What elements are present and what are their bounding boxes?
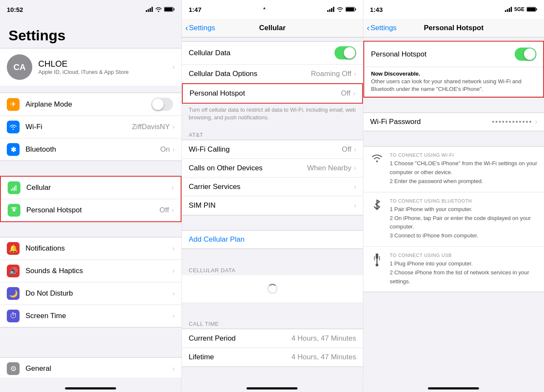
hotspot-nav-bar: ‹ Settings Personal Hotspot	[363, 19, 544, 37]
notifications-icon: 🔔	[7, 242, 20, 255]
hotspot-main-label: Personal Hotspot	[371, 50, 515, 59]
svg-rect-28	[376, 254, 378, 259]
screentime-icon: ⏱	[7, 310, 20, 322]
general-chevron: ›	[173, 365, 175, 372]
personal-hotspot-row-cellular[interactable]: Personal Hotspot Off ›	[182, 83, 363, 104]
hotspot-main-row[interactable]: Personal Hotspot	[364, 42, 543, 67]
wifi-pw-value: ••••••••••••	[492, 118, 532, 126]
wifi-connect-icon	[370, 152, 384, 163]
cellular-data-toggle[interactable]	[334, 46, 356, 59]
connect-usb-text: TO CONNECT USING USB 1 Plug iPhone into …	[390, 253, 537, 286]
hotspot-toggle[interactable]	[515, 48, 536, 61]
svg-rect-14	[346, 8, 354, 11]
settings-row-notifications[interactable]: 🔔 Notifications ›	[0, 237, 181, 260]
settings-row-airplane[interactable]: ✈ Airplane Mode	[0, 93, 181, 116]
time-settings: 10:52	[7, 6, 23, 13]
connect-wifi-header: TO CONNECT USING WI-FI	[390, 152, 537, 158]
settings-row-screentime[interactable]: ⏱ Screen Time ›	[0, 305, 181, 327]
sounds-icon: 🔊	[7, 265, 20, 277]
battery-icon-3	[527, 7, 537, 12]
settings-row-personal-hotspot[interactable]: Personal Hotspot Off ›	[1, 199, 181, 221]
svg-rect-18	[510, 7, 512, 12]
status-bar-settings: 10:52	[0, 0, 181, 19]
cellular-data-options-value: Roaming Off	[311, 70, 351, 78]
settings-title: Settings	[0, 19, 181, 48]
time-cellular: 1:47	[189, 6, 201, 13]
airplane-toggle[interactable]	[151, 98, 173, 111]
svg-rect-13	[355, 8, 356, 11]
cellular-footer: Turn off cellular data to restrict all d…	[182, 104, 363, 128]
cellular-data-label: Cellular Data	[189, 49, 334, 57]
battery-icon-2	[346, 7, 356, 12]
settings-row-general[interactable]: ⚙ General ›	[0, 358, 181, 378]
svg-rect-17	[509, 8, 510, 12]
settings-row-cellular[interactable]: Cellular ›	[1, 177, 181, 199]
connect-wifi-row: TO CONNECT USING WI-FI 1 Choose "CHLOE's…	[363, 147, 544, 192]
signal-icon-2	[327, 7, 334, 12]
home-bar-3	[428, 387, 479, 389]
panel-settings: Settings CA CHLOE Apple ID, iCloud, iTun…	[0, 19, 181, 378]
cellular-data-row[interactable]: Cellular Data	[182, 42, 363, 65]
notifications-label: Notifications	[26, 244, 173, 253]
svg-rect-6	[164, 8, 173, 11]
calls-other-row[interactable]: Calls on Other Devices When Nearby ›	[182, 159, 363, 178]
main-content: Settings CA CHLOE Apple ID, iCloud, iTun…	[0, 19, 544, 378]
home-bar-1	[65, 387, 116, 389]
svg-rect-1	[148, 9, 149, 12]
settings-row-sounds[interactable]: 🔊 Sounds & Haptics ›	[0, 260, 181, 282]
nav-title-inline	[263, 7, 266, 11]
hotspot-chevron: ›	[172, 206, 174, 214]
connect-bt-text: TO CONNECT USING BLUETOOTH 1 Pair iPhone…	[390, 198, 537, 240]
att-group: Wi-Fi Calling Off › Calls on Other Devic…	[182, 140, 363, 215]
battery-icon	[164, 7, 175, 12]
cellular-back-label: Settings	[189, 24, 215, 32]
settings-row-bluetooth[interactable]: ✱ Bluetooth On ›	[0, 138, 181, 161]
wifi-calling-value: Off	[342, 145, 351, 154]
wifi-password-row[interactable]: Wi-Fi Password •••••••••••• ›	[363, 113, 544, 131]
connect-section: TO CONNECT USING WI-FI 1 Choose "CHLOE's…	[363, 146, 544, 292]
settings-group-cellular-highlighted: Cellular › Personal Hotspot Off ›	[0, 176, 181, 222]
add-plan-label: Add Cellular Plan	[189, 235, 244, 243]
personal-hotspot-inner[interactable]: Personal Hotspot Off ›	[183, 84, 362, 103]
airplane-label: Airplane Mode	[26, 100, 151, 109]
section-gap-1	[182, 215, 363, 230]
home-bar-2	[246, 387, 298, 389]
add-plan-row[interactable]: Add Cellular Plan	[182, 230, 363, 249]
svg-rect-9	[329, 9, 330, 12]
carrier-services-row[interactable]: Carrier Services ›	[182, 178, 363, 196]
loading-spinner	[182, 275, 363, 302]
panel-hotspot: ‹ Settings Personal Hotspot Personal Hot…	[363, 19, 544, 378]
sim-pin-label: SIM PIN	[189, 201, 354, 210]
svg-rect-0	[146, 10, 147, 12]
wifi-pw-label: Wi-Fi Password	[370, 118, 492, 126]
settings-row-wifi[interactable]: Wi-Fi ZiffDavisNY ›	[0, 116, 181, 138]
ph-chevron: ›	[353, 90, 355, 97]
cellular-chevron: ›	[172, 184, 174, 192]
user-profile-row[interactable]: CA CHLOE Apple ID, iCloud, iTunes & App …	[0, 48, 181, 86]
spinner	[267, 284, 278, 294]
calls-other-value: When Nearby	[307, 164, 351, 172]
sim-pin-row[interactable]: SIM PIN ›	[182, 196, 363, 215]
section-gap-2	[182, 249, 363, 264]
call-time-group: Current Period 4 Hours, 47 Minutes Lifet…	[182, 329, 363, 367]
wifi-icon-2	[337, 7, 343, 12]
home-indicator-cellular	[181, 378, 363, 392]
status-bar-cellular: 1:47	[181, 0, 363, 19]
wifi-value: ZiffDavisNY	[132, 123, 170, 131]
location-icon	[263, 7, 266, 11]
cellular-back-button[interactable]: ‹ Settings	[185, 23, 215, 33]
current-period-label: Current Period	[189, 334, 292, 343]
settings-group-notifications: 🔔 Notifications › 🔊 Sounds & Haptics › 🌙…	[0, 237, 181, 327]
connect-bt-header: TO CONNECT USING BLUETOOTH	[390, 198, 537, 203]
svg-rect-10	[331, 8, 332, 12]
chevron-icon: ›	[173, 63, 175, 71]
cod-chevron: ›	[354, 164, 356, 172]
cellular-data-options-row[interactable]: Cellular Data Options Roaming Off ›	[182, 65, 363, 83]
lifetime-label: Lifetime	[189, 353, 292, 361]
hotspot-back-button[interactable]: ‹ Settings	[367, 23, 397, 33]
hotspot-back-label: Settings	[371, 24, 397, 32]
wifi-calling-row[interactable]: Wi-Fi Calling Off ›	[182, 140, 363, 159]
connect-bt-row: TO CONNECT USING BLUETOOTH 1 Pair iPhone…	[363, 192, 544, 247]
settings-row-dnd[interactable]: 🌙 Do Not Disturb ›	[0, 282, 181, 305]
connect-usb-row: TO CONNECT USING USB 1 Plug iPhone into …	[363, 247, 544, 292]
